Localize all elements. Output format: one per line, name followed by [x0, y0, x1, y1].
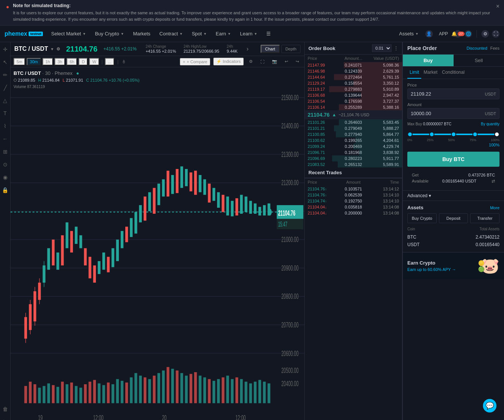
nav-spot[interactable]: Spot ▼ — [188, 26, 211, 42]
slider-dot-75[interactable] — [472, 132, 478, 137]
transfer-icon[interactable]: ⇄ — [492, 179, 495, 184]
buy-btc-button[interactable]: Buy BTC — [407, 152, 499, 167]
advanced-arrow: ▾ — [429, 193, 431, 198]
chart-section: BTC / USDT ▼ ⚙ 21104.76 +416.55 +2.01% 2… — [11, 42, 305, 420]
earn-subtitle-link[interactable]: Earn up to 60.60% APY → — [407, 267, 456, 272]
fullscreen-chart-icon[interactable]: ⛶ — [258, 59, 267, 65]
nav-learn[interactable]: Learn ▼ — [236, 26, 261, 42]
tf-6h[interactable]: 6h — [67, 58, 77, 65]
sell-tab[interactable]: Sell — [454, 55, 504, 66]
slider-dot-0[interactable] — [407, 132, 413, 137]
close-icon[interactable]: × — [496, 3, 499, 10]
tab-market[interactable]: Market — [421, 67, 440, 79]
ask-row[interactable]: 21147.990.2410715,098.36 — [305, 62, 402, 68]
assets-header: Assets More — [407, 205, 499, 210]
tf-d[interactable]: D — [79, 58, 88, 65]
eye-icon[interactable]: ◉ — [1, 173, 9, 181]
text-icon[interactable]: T — [1, 109, 9, 117]
price-chart-svg: 21500.00 21400.00 21300.00 21200.00 2110… — [11, 67, 304, 420]
settings-chart-icon[interactable]: ⚙ — [247, 58, 255, 65]
bid-row[interactable]: 21101.210.2790495,888.27 — [305, 125, 402, 131]
tf-more[interactable]: ... — [105, 58, 114, 65]
nav-contract[interactable]: Contract ▼ — [156, 26, 187, 42]
indicators-button[interactable]: ⚡ Indicators — [213, 58, 244, 65]
magnet-icon[interactable]: ⊙ — [1, 160, 9, 169]
advanced-section[interactable]: Advanced ▾ — [403, 190, 504, 201]
more-icon[interactable]: › — [247, 46, 249, 52]
discounted-link[interactable]: Discounted — [466, 46, 487, 50]
deposit-button[interactable]: Deposit — [439, 213, 468, 223]
trading-pair[interactable]: BTC / USDT ▼ ⚙ — [14, 46, 60, 52]
buy-tab[interactable]: Buy — [403, 55, 454, 66]
bid-row[interactable]: 21101.260.2646035,583.45 — [305, 119, 402, 125]
nav-select-market[interactable]: Select Market ▼ — [47, 26, 90, 42]
settings-icon-small[interactable]: ⚙ — [56, 47, 60, 52]
fullscreen-icon[interactable]: ⛶ — [492, 30, 499, 38]
ask-row[interactable]: 21106.140.2552895,388.16 — [305, 104, 402, 110]
nav-markets[interactable]: Markets — [129, 26, 154, 42]
redo-icon[interactable]: ↪ — [293, 58, 301, 65]
ask-row[interactable]: 21119.170.2798835,910.89 — [305, 86, 402, 92]
lock-icon[interactable]: 🔒 — [1, 186, 9, 194]
user-icon[interactable]: 👤 — [425, 30, 433, 38]
ask-row[interactable]: 21146.980.1243392,629.39 — [305, 68, 402, 74]
candle-type-icon[interactable]: 🕯 — [121, 59, 126, 64]
undo-icon[interactable]: ↩ — [282, 58, 290, 65]
ask-row[interactable]: 21106.540.1765983,727.37 — [305, 98, 402, 104]
amount-input[interactable] — [411, 111, 485, 116]
buy-crypto-button[interactable]: Buy Crypto — [407, 213, 437, 223]
globe-icon[interactable]: 🌐 — [465, 30, 472, 38]
chart-button[interactable]: Chart — [261, 45, 280, 53]
cursor-icon[interactable]: ↖ — [1, 58, 9, 66]
svg-rect-38 — [52, 240, 55, 266]
ruler-icon[interactable]: ⊞ — [1, 148, 9, 156]
compare-button[interactable]: + + Compare — [180, 58, 210, 65]
settings-icon[interactable]: ⚙ — [481, 30, 489, 38]
tab-conditional[interactable]: Conditional — [440, 67, 467, 79]
bid-row[interactable]: 21100.620.1992654,204.61 — [305, 137, 402, 143]
ask-row[interactable]: 21129.240.1585543,350.12 — [305, 80, 402, 86]
ask-row[interactable]: 21106.680.1396442,947.42 — [305, 92, 402, 98]
tf-30m[interactable]: 30m — [27, 58, 41, 65]
svg-rect-98 — [79, 388, 82, 403]
tab-limit[interactable]: Limit — [407, 67, 421, 79]
orderbook-menu-icon[interactable]: ⋮ — [394, 46, 398, 51]
bid-row[interactable]: 21083.520.2651325,589.91 — [305, 161, 402, 167]
crosshair-icon[interactable]: ✛ — [1, 45, 9, 53]
app-button[interactable]: APP — [436, 30, 451, 38]
notification-icon[interactable]: 🔔27 — [454, 30, 461, 38]
line-icon[interactable]: ╱ — [1, 84, 9, 92]
nav-earn[interactable]: Earn ▼ — [212, 26, 235, 42]
slider-dot-100[interactable] — [494, 132, 499, 137]
slider-dot-25[interactable] — [429, 132, 434, 137]
tf-w[interactable]: W — [89, 58, 99, 65]
depth-button[interactable]: Depth — [281, 45, 301, 53]
nav-assets[interactable]: Assets ▼ — [395, 26, 422, 42]
shape-icon[interactable]: △ — [1, 96, 9, 105]
chat-bubble[interactable]: 💬 — [483, 399, 496, 412]
ask-row[interactable]: 21144.640.2724645,761.15 — [305, 74, 402, 80]
slider-dot-50[interactable] — [451, 132, 456, 137]
nav-buy-crypto[interactable]: Buy Crypto ▼ — [91, 26, 128, 42]
by-quantity-link[interactable]: By quantity — [481, 122, 499, 126]
flag-icon[interactable]: ⚑ — [1, 418, 9, 420]
nav-menu[interactable]: ☰ — [263, 26, 275, 42]
pen-icon[interactable]: ✏ — [1, 71, 9, 79]
tf-1h[interactable]: 1h — [43, 58, 53, 65]
bid-row[interactable]: 21096.710.1819683,838.92 — [305, 149, 402, 155]
price-input[interactable] — [411, 91, 485, 97]
precision-select[interactable]: 0.01 0.1 1 — [372, 44, 392, 52]
tf-3h[interactable]: 3h — [55, 58, 65, 65]
tf-5m[interactable]: 5m — [14, 58, 25, 65]
bid-row[interactable]: 21096.690.2802235,911.77 — [305, 155, 402, 161]
tf-actions: + + Compare ⚡ Indicators ⚙ ⛶ 📷 ↩ ↪ — [180, 58, 301, 65]
bid-row[interactable]: 21099.240.2004694,229.74 — [305, 143, 402, 149]
trash-icon[interactable]: 🗑 — [1, 405, 9, 413]
arrow-icon[interactable]: ← — [1, 135, 9, 143]
fees-link[interactable]: Fees — [490, 46, 499, 50]
screenshot-icon[interactable]: 📷 — [270, 58, 279, 65]
fibonacci-icon[interactable]: ⌇ — [1, 122, 9, 130]
transfer-button[interactable]: Transfer — [470, 213, 499, 223]
assets-more-link[interactable]: More — [490, 205, 499, 210]
bid-row[interactable]: 21100.850.2779405,864.77 — [305, 131, 402, 137]
